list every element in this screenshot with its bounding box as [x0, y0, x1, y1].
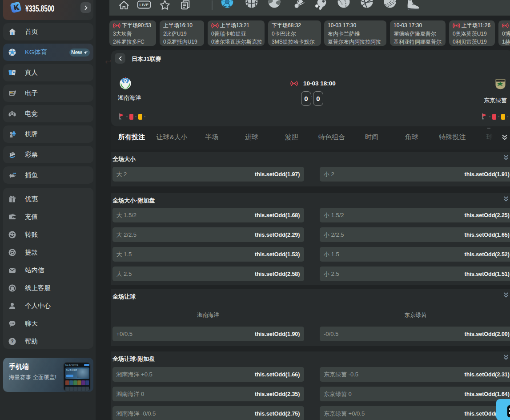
- svg-text:?: ?: [11, 339, 13, 344]
- svg-text:LIVE: LIVE: [139, 3, 149, 7]
